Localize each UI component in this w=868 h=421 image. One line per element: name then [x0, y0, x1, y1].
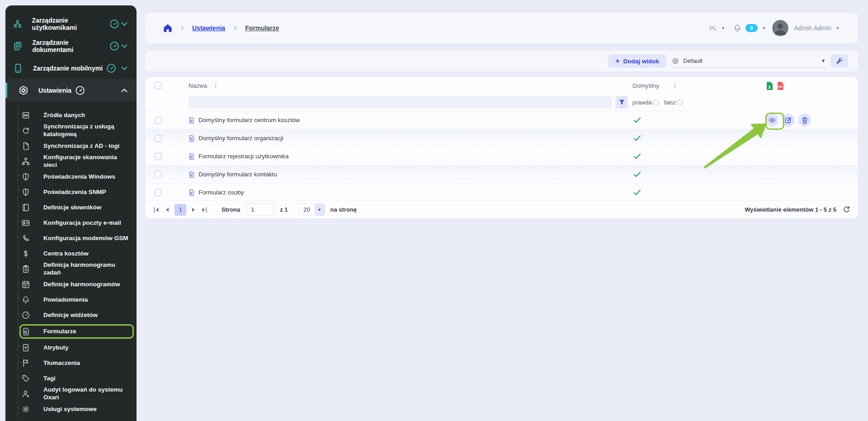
- document-icon: [22, 142, 30, 150]
- gear-icon: [22, 405, 30, 413]
- calendar-icon: [22, 280, 30, 289]
- last-page-icon[interactable]: [201, 206, 208, 213]
- row-name[interactable]: Formularz rejestracji użytkownika: [198, 153, 289, 160]
- tree-branch: [18, 279, 22, 284]
- home-icon[interactable]: [163, 24, 172, 33]
- gauge-icon: [22, 311, 30, 319]
- sidebar-item-zarzadzanie-mobilnymi[interactable]: Zarządzanie mobilnymi: [5, 57, 137, 79]
- row-checkbox[interactable]: [155, 171, 162, 178]
- sidebar-item-uslugi-systemowe[interactable]: Usługi systemowe: [5, 402, 137, 417]
- breadcrumb-bar: Ustawienia Formularze PL ▼ 0 ▼ Admin Adm…: [145, 13, 858, 43]
- sidebar-item-label: Konfiguracja poczty e-mail: [43, 219, 121, 227]
- user-name[interactable]: Admin Admin: [794, 24, 831, 32]
- settings-wrench-button[interactable]: [831, 54, 848, 68]
- avatar[interactable]: [772, 20, 788, 36]
- table-row[interactable]: Formularz osoby: [146, 183, 858, 201]
- page-number-button[interactable]: 1: [175, 204, 186, 216]
- row-name[interactable]: Domyślny formularz centrum kosztów: [198, 117, 300, 123]
- sidebar-item-poswiadczenia-windows[interactable]: Poświadczenia Windows: [5, 169, 137, 184]
- row-checkbox[interactable]: [155, 153, 162, 160]
- shield-icon: [22, 188, 30, 196]
- column-header-domyslny[interactable]: Domyślny: [632, 82, 659, 89]
- first-page-icon[interactable]: [153, 206, 160, 213]
- row-checkbox[interactable]: [155, 117, 162, 124]
- form-doc-icon: [188, 117, 195, 124]
- table-row[interactable]: Formularz rejestracji użytkownika: [146, 147, 858, 165]
- sidebar-item-synchronizacja-z-ad-logi[interactable]: Synchronizacja z AD - logi: [5, 138, 137, 154]
- sidebar-item-label: Źródła danych: [43, 112, 85, 119]
- sidebar-item-definicje-harmonogramow[interactable]: Definicje harmonogramów: [5, 277, 137, 292]
- table-row[interactable]: Domyślny formularz organizacji: [146, 129, 858, 147]
- sync-icon: [22, 127, 30, 135]
- delete-button[interactable]: [798, 113, 811, 128]
- page-input[interactable]: [246, 203, 274, 216]
- column-menu-icon[interactable]: ⋮: [212, 82, 219, 89]
- page-label: Strona: [222, 206, 240, 213]
- sidebar-item-tlumaczenia[interactable]: Tłumaczenia: [5, 355, 137, 371]
- bell-icon: [22, 296, 30, 304]
- refresh-icon[interactable]: [843, 206, 850, 213]
- row-name[interactable]: Formularz osoby: [198, 189, 244, 196]
- check-icon: [633, 171, 641, 178]
- sidebar-item-ustawienia[interactable]: Ustawienia: [5, 79, 137, 101]
- table-row[interactable]: Domyślny formularz kontaktu: [146, 165, 858, 183]
- tree-branch: [18, 342, 22, 348]
- export-pdf-icon[interactable]: PDF: [776, 81, 784, 90]
- next-page-icon[interactable]: [190, 206, 197, 213]
- filter-button[interactable]: [615, 96, 628, 109]
- sidebar-item-konfiguracje-skanowania-sieci[interactable]: Konfiguracje skanowania sieci: [5, 154, 137, 169]
- table-row[interactable]: Domyślny formularz centrum kosztów: [146, 111, 858, 129]
- breadcrumb-ustawienia[interactable]: Ustawienia: [192, 24, 225, 32]
- sidebar-item-centra-kosztow[interactable]: Centra kosztów: [5, 246, 137, 261]
- tree-branch: [18, 186, 22, 192]
- chevron-down-icon[interactable]: ▼: [762, 26, 766, 31]
- edit-button[interactable]: [782, 113, 795, 128]
- sidebar-item-audyt-logowan-do-systemu-oxari[interactable]: Audyt logowań do systemu Oxari: [5, 386, 137, 402]
- nazwa-filter-input[interactable]: [189, 96, 612, 109]
- prev-page-icon[interactable]: [164, 206, 171, 213]
- radio-true[interactable]: [653, 99, 659, 105]
- sidebar-item-konfiguracja-modemow-gsm[interactable]: Konfiguracja modemów GSM: [5, 231, 137, 246]
- chevron-down-icon[interactable]: ▼: [721, 26, 726, 31]
- row-name[interactable]: Domyślny formularz kontaktu: [198, 171, 277, 178]
- sidebar-item-definicje-slownikow[interactable]: Definicje słowników: [5, 200, 137, 215]
- radio-false-label: fałsz: [664, 99, 676, 106]
- add-view-button[interactable]: + Dodaj widok: [608, 54, 666, 68]
- sidebar-item-definicje-widzetow[interactable]: Definicje widżetów: [5, 307, 137, 323]
- sidebar-item-poswiadczenia-snmp[interactable]: Poświadczenia SNMP: [5, 184, 137, 200]
- column-menu-icon[interactable]: ⋮: [672, 82, 678, 89]
- sidebar-item-definicja-harmonogramu-zadan[interactable]: Definicja harmonogramu zadań: [5, 261, 137, 277]
- chevron-down-icon[interactable]: ▼: [835, 26, 840, 31]
- radio-false[interactable]: [677, 99, 683, 105]
- sidebar-item-tagi[interactable]: Tagi: [5, 371, 137, 386]
- export-excel-icon[interactable]: x: [765, 81, 774, 90]
- sidebar-item-label: Tagi: [43, 375, 56, 383]
- language-selector[interactable]: PL: [709, 25, 717, 32]
- sidebar-item-zarzadzanie-dokumentami[interactable]: Zarządzanie dokumentami: [5, 35, 137, 57]
- tag-icon: [22, 374, 30, 383]
- view-button[interactable]: [765, 113, 779, 128]
- select-all-checkbox[interactable]: [155, 82, 162, 89]
- form-doc-icon: [188, 135, 195, 142]
- sidebar-item-powiadomienia[interactable]: Powiadomienia: [5, 292, 137, 307]
- tree-branch: [18, 248, 22, 254]
- view-selector[interactable]: Default ▼: [672, 54, 826, 68]
- bell-icon[interactable]: [733, 24, 741, 32]
- row-checkbox[interactable]: [155, 189, 162, 196]
- row-checkbox[interactable]: [155, 135, 162, 142]
- row-name[interactable]: Domyślny formularz organizacji: [198, 135, 283, 142]
- sidebar-item-label: Konfiguracje skanowania sieci: [43, 154, 129, 169]
- sidebar-item-label: Poświadczenia Windows: [43, 173, 115, 181]
- sidebar-item-synchronizacja-z-usluga-katalogowa[interactable]: Synchronizacja z usługą katalogową: [5, 123, 137, 138]
- column-header-nazwa[interactable]: Nazwa: [189, 82, 207, 89]
- chevron-down-icon: ▼: [315, 204, 325, 215]
- eye-icon: [769, 117, 776, 124]
- sidebar-item-formularze[interactable]: Formularze: [19, 324, 134, 339]
- breadcrumb-formularze[interactable]: Formularze: [245, 24, 279, 32]
- sidebar-item-konfiguracja-poczty-e-mail[interactable]: Konfiguracja poczty e-mail: [5, 215, 137, 231]
- sidebar-item-zrodla-danych[interactable]: Źródła danych: [5, 108, 137, 123]
- sidebar-item-zarzadzanie-uzytkownikami[interactable]: Zarządzanie użytkownikami: [5, 13, 137, 35]
- page-size-select[interactable]: 20 ▼: [299, 203, 325, 216]
- sidebar-item-atrybuty[interactable]: Atrybuty: [5, 340, 137, 355]
- notification-badge[interactable]: 0: [745, 24, 758, 32]
